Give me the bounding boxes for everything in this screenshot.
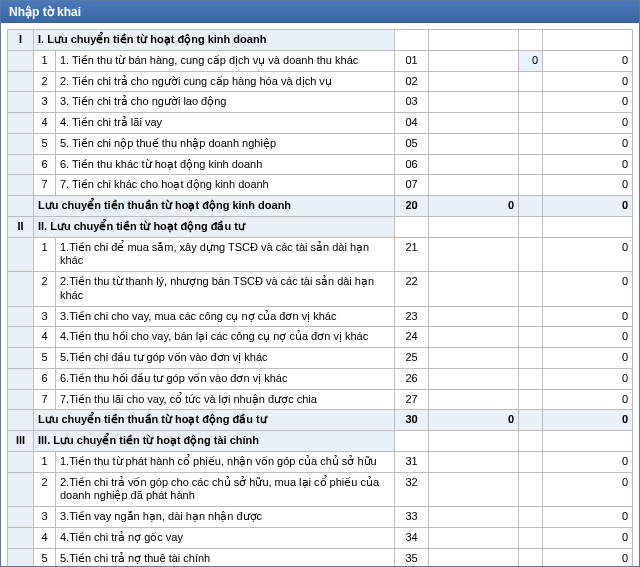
row-value-3[interactable]: 0 <box>543 71 633 92</box>
cashflow-table: II. Lưu chuyển tiền từ hoạt động kinh do… <box>7 29 633 566</box>
row-value-2[interactable]: 0 <box>519 50 543 71</box>
row-value-2[interactable] <box>519 527 543 548</box>
row-value-1[interactable] <box>429 237 519 272</box>
cell-code <box>395 216 429 237</box>
cell-v2 <box>519 431 543 452</box>
row-value-3[interactable]: 0 <box>543 272 633 307</box>
table-row: 3 3.Tiền chi cho vay, mua các công cụ nợ… <box>8 306 633 327</box>
table-row: 4 4.Tiền thu hồi cho vay, bán lại các cô… <box>8 327 633 348</box>
section-gutter <box>8 113 34 134</box>
row-index: 4 <box>34 113 56 134</box>
row-value-3[interactable]: 0 <box>543 133 633 154</box>
row-value-3[interactable]: 0 <box>543 527 633 548</box>
row-code: 34 <box>395 527 429 548</box>
section-gutter <box>8 472 34 507</box>
row-index: 6 <box>34 154 56 175</box>
row-value-1[interactable] <box>429 50 519 71</box>
row-value-2[interactable] <box>519 71 543 92</box>
section-gutter <box>8 327 34 348</box>
row-value-1[interactable] <box>429 175 519 196</box>
subtotal-value-1: 0 <box>429 410 519 431</box>
row-value-1[interactable] <box>429 154 519 175</box>
row-value-3[interactable]: 0 <box>543 237 633 272</box>
row-value-3[interactable]: 0 <box>543 548 633 566</box>
table-row: 1 1.Tiền thu từ phát hành cổ phiếu, nhận… <box>8 451 633 472</box>
row-value-1[interactable] <box>429 92 519 113</box>
row-value-3[interactable]: 0 <box>543 154 633 175</box>
section-gutter <box>8 154 34 175</box>
row-value-2[interactable] <box>519 154 543 175</box>
row-value-3[interactable]: 0 <box>543 507 633 528</box>
row-code: 31 <box>395 451 429 472</box>
subtotal-value-3: 0 <box>543 410 633 431</box>
row-code: 35 <box>395 548 429 566</box>
row-index: 3 <box>34 507 56 528</box>
row-value-3[interactable]: 0 <box>543 92 633 113</box>
section-gutter <box>8 175 34 196</box>
row-value-1[interactable] <box>429 368 519 389</box>
row-code: 03 <box>395 92 429 113</box>
row-value-3[interactable]: 0 <box>543 50 633 71</box>
row-value-1[interactable] <box>429 389 519 410</box>
section-title: III. Lưu chuyển tiền từ hoạt động tài ch… <box>34 431 395 452</box>
row-value-2[interactable] <box>519 92 543 113</box>
table-row: 1 1.Tiền chi để mua sắm, xây dựng TSCĐ v… <box>8 237 633 272</box>
row-value-2[interactable] <box>519 272 543 307</box>
section-header: IIII. Lưu chuyển tiền từ hoạt động đầu t… <box>8 216 633 237</box>
row-value-1[interactable] <box>429 348 519 369</box>
table-row: 5 5.Tiền chi đầu tư góp vốn vào đơn vị k… <box>8 348 633 369</box>
row-value-1[interactable] <box>429 451 519 472</box>
row-value-2[interactable] <box>519 548 543 566</box>
section-gutter <box>8 306 34 327</box>
row-value-1[interactable] <box>429 272 519 307</box>
row-value-3[interactable]: 0 <box>543 451 633 472</box>
row-value-2[interactable] <box>519 472 543 507</box>
row-value-3[interactable]: 0 <box>543 368 633 389</box>
table-row: 1 1. Tiền thu từ bán hàng, cung cấp dịch… <box>8 50 633 71</box>
row-value-2[interactable] <box>519 389 543 410</box>
cell-v3 <box>543 431 633 452</box>
row-value-2[interactable] <box>519 306 543 327</box>
row-value-2[interactable] <box>519 507 543 528</box>
row-value-1[interactable] <box>429 527 519 548</box>
row-value-1[interactable] <box>429 507 519 528</box>
row-value-2[interactable] <box>519 327 543 348</box>
row-value-2[interactable] <box>519 175 543 196</box>
row-value-1[interactable] <box>429 113 519 134</box>
row-value-3[interactable]: 0 <box>543 389 633 410</box>
row-value-1[interactable] <box>429 472 519 507</box>
subtotal-row: Lưu chuyển tiền thuần từ hoạt động đầu t… <box>8 410 633 431</box>
row-value-1[interactable] <box>429 71 519 92</box>
row-value-3[interactable]: 0 <box>543 306 633 327</box>
content-area: II. Lưu chuyển tiền từ hoạt động kinh do… <box>1 23 639 566</box>
section-gutter <box>8 368 34 389</box>
row-value-2[interactable] <box>519 348 543 369</box>
row-desc: 6. Tiền thu khác từ hoạt động kinh doanh <box>56 154 395 175</box>
row-value-2[interactable] <box>519 451 543 472</box>
row-value-1[interactable] <box>429 548 519 566</box>
row-code: 24 <box>395 327 429 348</box>
row-value-2[interactable] <box>519 133 543 154</box>
row-value-2[interactable] <box>519 368 543 389</box>
row-index: 5 <box>34 133 56 154</box>
row-value-1[interactable] <box>429 133 519 154</box>
row-index: 4 <box>34 527 56 548</box>
cell-code <box>395 431 429 452</box>
section-gutter <box>8 451 34 472</box>
row-value-3[interactable]: 0 <box>543 348 633 369</box>
row-code: 23 <box>395 306 429 327</box>
table-row: 6 6.Tiền thu hồi đầu tư góp vốn vào đơn … <box>8 368 633 389</box>
row-value-2[interactable] <box>519 237 543 272</box>
row-desc: 2.Tiền thu từ thanh lý, nhượng bán TSCĐ … <box>56 272 395 307</box>
row-value-3[interactable]: 0 <box>543 113 633 134</box>
row-value-3[interactable]: 0 <box>543 175 633 196</box>
row-value-3[interactable]: 0 <box>543 472 633 507</box>
subtotal-value-2 <box>519 196 543 217</box>
row-value-1[interactable] <box>429 327 519 348</box>
section-gutter <box>8 548 34 566</box>
window-titlebar: Nhập tờ khai <box>1 1 639 23</box>
row-value-1[interactable] <box>429 306 519 327</box>
row-value-3[interactable]: 0 <box>543 327 633 348</box>
row-value-2[interactable] <box>519 113 543 134</box>
row-index: 2 <box>34 272 56 307</box>
